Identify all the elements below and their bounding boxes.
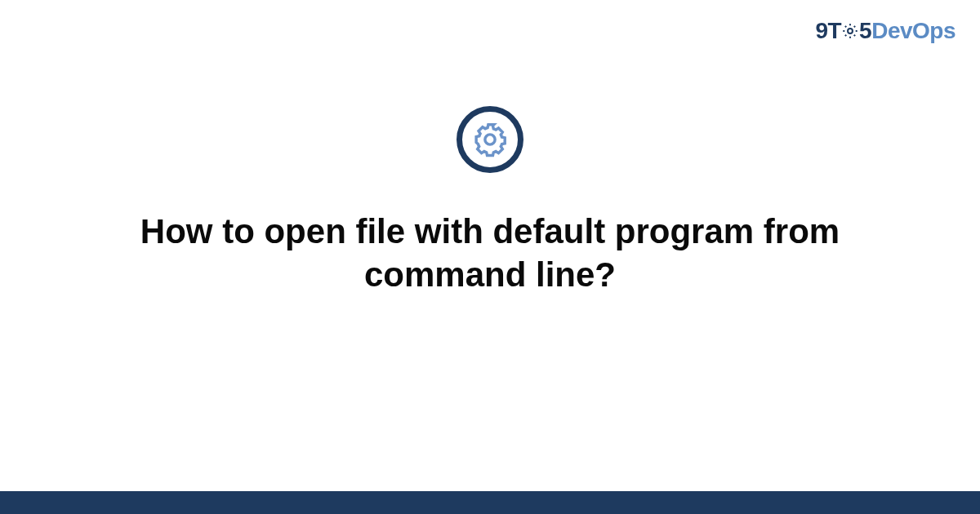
logo-text-mid: 5 [859, 18, 871, 43]
brand-logo: 9T 5DevOps [815, 18, 956, 44]
svg-point-0 [848, 29, 853, 33]
logo-text-suffix: DevOps [871, 18, 956, 43]
svg-point-1 [485, 135, 495, 144]
footer-bar [0, 491, 980, 514]
gear-icon [841, 22, 859, 40]
gear-icon [471, 121, 509, 158]
page-title: How to open file with default program fr… [59, 210, 921, 296]
logo-text-prefix: 9T [815, 18, 841, 43]
gear-badge-icon [457, 106, 523, 173]
